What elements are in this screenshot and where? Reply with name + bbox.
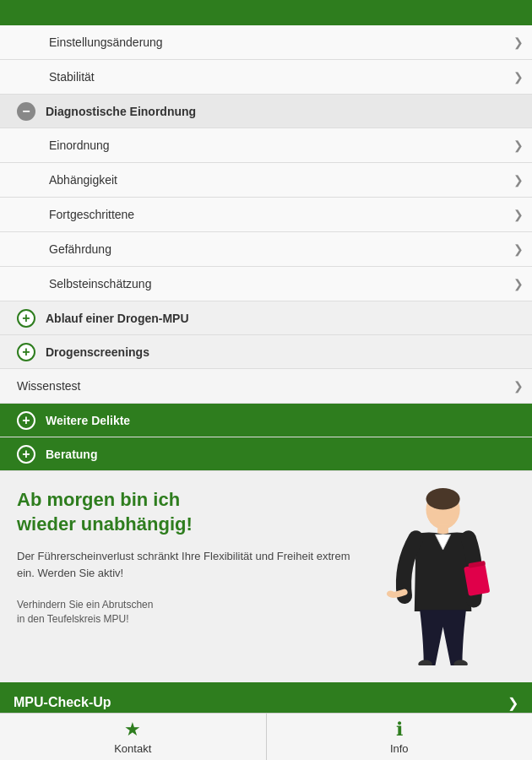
menu-item-weitere-delikte[interactable]: Weitere Delikte — [0, 404, 532, 437]
chevron-right-icon — [508, 128, 529, 162]
chevron-right-icon — [508, 198, 529, 231]
chevron-right-icon — [508, 163, 529, 197]
banner-body: Der Führerscheinverlust schränkt Ihre Fl… — [17, 548, 355, 581]
chevron-right-icon — [508, 232, 529, 266]
bottom-nav: ★ Kontakt ℹ Info — [0, 713, 532, 760]
chevron-right-icon — [508, 267, 529, 301]
menu-item-gefaehrdung[interactable]: Gefährdung — [0, 232, 532, 267]
info-icon: ℹ — [396, 719, 403, 741]
expand-icon — [17, 343, 35, 361]
expand-icon-white — [17, 445, 35, 464]
banner-image — [363, 488, 515, 665]
svg-point-7 — [387, 590, 394, 596]
svg-rect-2 — [437, 525, 448, 535]
svg-point-1 — [426, 488, 459, 510]
chevron-right-icon — [508, 369, 529, 403]
menu-item-drogenscreenings[interactable]: Drogenscreenings — [0, 335, 532, 369]
nav-item-info[interactable]: ℹ Info — [266, 714, 533, 760]
expand-icon — [17, 309, 35, 328]
menu-item-einstellungsaenderung[interactable]: Einstellungsänderung — [0, 25, 532, 60]
menu-item-fortgeschrittene[interactable]: Fortgeschrittene — [0, 198, 532, 232]
menu-item-wissenstest[interactable]: Wissenstest — [0, 369, 532, 404]
chevron-right-icon — [508, 60, 529, 94]
menu-item-stabilitaet[interactable]: Stabilität — [0, 60, 532, 95]
kontakt-label: Kontakt — [114, 742, 151, 755]
mpu-chevron-icon — [508, 695, 518, 711]
person-svg — [372, 488, 507, 665]
chevron-right-icon — [508, 25, 529, 59]
menu-item-abhaengigkeit[interactable]: Abhängigkeit — [0, 163, 532, 198]
banner-subtext: Verhindern Sie ein Abrutschenin den Teuf… — [17, 598, 355, 627]
menu-item-selbsteinschaetzung[interactable]: Selbsteinschätzung — [0, 267, 532, 301]
menu-item-ablauf[interactable]: Ablauf einer Drogen-MPU — [0, 301, 532, 335]
top-bar — [0, 0, 532, 25]
menu-item-einordnung[interactable]: Einordnung — [0, 128, 532, 163]
banner-section: Ab morgen bin ichwieder unabhängig! Der … — [0, 471, 532, 682]
menu-item-diagnostische-einordnung[interactable]: Diagnostische Einordnung — [0, 95, 532, 128]
collapse-icon — [17, 102, 35, 121]
banner-headline: Ab morgen bin ichwieder unabhängig! — [17, 488, 355, 536]
nav-item-kontakt[interactable]: ★ Kontakt — [0, 714, 266, 760]
menu-item-beratung[interactable]: Beratung — [0, 437, 532, 471]
expand-icon-white — [17, 411, 35, 430]
menu-list: Einstellungsänderung Stabilität Diagnost… — [0, 25, 532, 471]
star-icon: ★ — [124, 719, 141, 741]
info-label: Info — [390, 742, 409, 755]
banner-text: Ab morgen bin ichwieder unabhängig! Der … — [17, 488, 355, 627]
